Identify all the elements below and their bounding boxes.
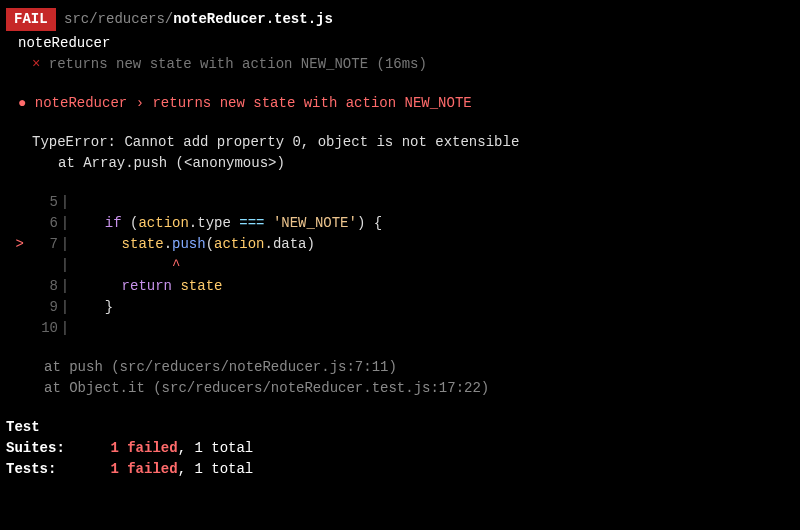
code-line: 5| xyxy=(6,192,794,213)
test-title: returns new state with action NEW_NOTE xyxy=(49,56,368,72)
fail-badge: FAIL xyxy=(6,8,56,31)
error-message: TypeError: Cannot add property 0, object… xyxy=(32,132,794,153)
code-line: 10| xyxy=(6,318,794,339)
bullet-icon: ● xyxy=(18,95,26,111)
test-file-header: FAIL src/reducers/noteReducer.test.js xyxy=(6,8,794,31)
code-line: 8| return state xyxy=(6,276,794,297)
code-line: 6| if (action.type === 'NEW_NOTE') { xyxy=(6,213,794,234)
stack-frame: at push (src/reducers/noteReducer.js:7:1… xyxy=(44,357,794,378)
failure-suite: noteReducer xyxy=(35,95,127,111)
chevron-right-icon: > xyxy=(6,234,24,255)
test-timing: (16ms) xyxy=(376,56,426,72)
failure-sep: › xyxy=(136,95,144,111)
code-frame: 5| 6| if (action.type === 'NEW_NOTE') { … xyxy=(6,192,794,339)
failure-test: returns new state with action NEW_NOTE xyxy=(152,95,471,111)
test-summary: Test Suites: 1 failed, 1 total Tests: 1 … xyxy=(6,417,794,480)
caret-icon: ^ xyxy=(172,257,180,273)
stack-trace: at push (src/reducers/noteReducer.js:7:1… xyxy=(6,357,794,399)
fail-x-icon: × xyxy=(32,56,40,72)
code-line-current: >7| state.push(action.data) xyxy=(6,234,794,255)
error-caret-line: | ^ xyxy=(6,255,794,276)
summary-suites: Test Suites: 1 failed, 1 total xyxy=(6,417,794,459)
failed-test-line: × returns new state with action NEW_NOTE… xyxy=(6,54,794,75)
suite-name: noteReducer xyxy=(18,33,794,54)
code-line: 9| } xyxy=(6,297,794,318)
file-path-dir: src/reducers/ xyxy=(64,11,173,27)
error-stack-top: at Array.push (<anonymous>) xyxy=(58,153,794,174)
file-path-name: noteReducer.test.js xyxy=(173,11,333,27)
failure-heading: ● noteReducer › returns new state with a… xyxy=(18,93,794,114)
stack-frame: at Object.it (src/reducers/noteReducer.t… xyxy=(44,378,794,399)
summary-tests: Tests: 1 failed, 1 total xyxy=(6,459,794,480)
